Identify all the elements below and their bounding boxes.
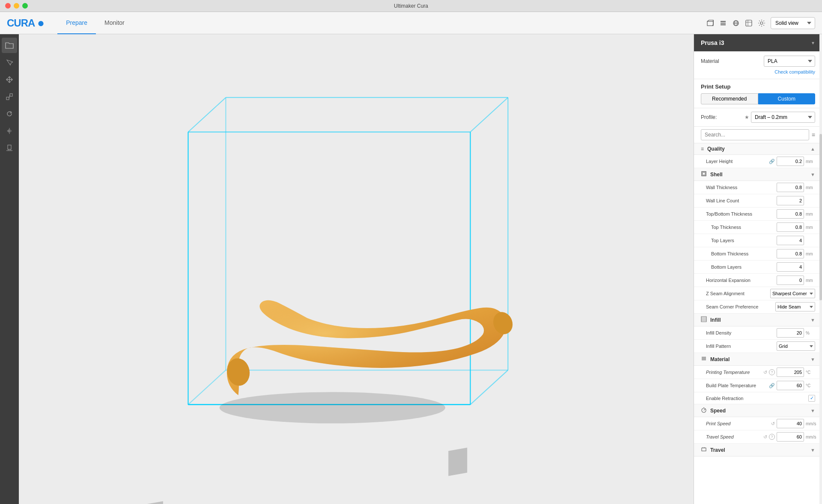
search-input[interactable] bbox=[701, 129, 809, 140]
check-compatibility-link[interactable]: Check compatibility bbox=[701, 69, 815, 74]
material-chevron-icon[interactable]: ▼ bbox=[810, 357, 815, 362]
print-speed-label: Print Speed bbox=[706, 421, 771, 426]
svg-rect-2 bbox=[721, 23, 726, 24]
bottom-layers-input[interactable] bbox=[777, 262, 804, 272]
minimize-button[interactable] bbox=[14, 3, 19, 9]
shell-section-header[interactable]: Shell ▼ bbox=[694, 168, 822, 181]
infill-pattern-label: Infill Pattern bbox=[706, 344, 777, 349]
sidebar-icon-scale[interactable] bbox=[2, 89, 17, 104]
svg-rect-29 bbox=[448, 448, 467, 476]
z-seam-select[interactable]: Sharpest Corner Shortest Random bbox=[770, 289, 815, 298]
print-temp-input[interactable] bbox=[777, 368, 804, 377]
topbar-right: Solid view X-Ray view Layers view bbox=[706, 17, 815, 29]
svg-rect-76 bbox=[703, 172, 705, 175]
tab-monitor[interactable]: Monitor bbox=[96, 12, 133, 34]
infill-density-input[interactable] bbox=[777, 328, 804, 338]
material-select[interactable]: PLA ABS PETG bbox=[764, 56, 815, 67]
sidebar-icon-select[interactable] bbox=[2, 55, 17, 70]
sidebar-icon-folder[interactable] bbox=[2, 38, 17, 53]
bottom-thickness-label: Bottom Thickness bbox=[711, 251, 777, 256]
svg-point-69 bbox=[220, 392, 445, 423]
close-button[interactable] bbox=[5, 3, 11, 9]
layer-height-link-icon[interactable]: 🔗 bbox=[769, 159, 775, 164]
build-plate-temp-input[interactable] bbox=[777, 381, 804, 390]
travel-chevron-icon[interactable]: ▼ bbox=[810, 448, 815, 453]
settings-content: ≡ Quality ▲ Layer Height 🔗 mm bbox=[694, 143, 822, 504]
horizontal-expansion-input[interactable] bbox=[777, 276, 804, 285]
sidebar-icon-rotate[interactable] bbox=[2, 106, 17, 122]
sidebar-icon-mirror[interactable] bbox=[2, 123, 17, 139]
svg-line-16 bbox=[9, 95, 10, 98]
travel-section-header[interactable]: Travel ▼ bbox=[694, 444, 822, 457]
enable-retraction-checkbox[interactable]: ✓ bbox=[808, 395, 815, 402]
rotate-view-icon[interactable] bbox=[731, 18, 741, 28]
printer-dropdown-icon[interactable]: ▼ bbox=[811, 41, 815, 45]
bottom-layers-label: Bottom Layers bbox=[711, 264, 777, 270]
infill-density-label: Infill Density bbox=[706, 330, 777, 335]
material-settings-icon bbox=[701, 356, 707, 363]
profile-select[interactable]: Draft – 0.2mm Normal – 0.15mm Fine – 0.1… bbox=[751, 112, 815, 123]
print-speed-input[interactable] bbox=[777, 419, 804, 428]
search-menu-icon[interactable]: ≡ bbox=[812, 131, 815, 138]
scrollbar-thumb[interactable] bbox=[819, 134, 822, 300]
right-panel: Prusa i3 ▼ Material PLA ABS PETG Check c… bbox=[694, 34, 822, 504]
scene-svg bbox=[19, 34, 694, 504]
wall-thickness-label: Wall Thickness bbox=[706, 185, 777, 190]
top-layers-input[interactable] bbox=[777, 236, 804, 245]
quality-chevron-icon[interactable]: ▲ bbox=[810, 146, 815, 151]
shell-chevron-icon[interactable]: ▼ bbox=[810, 172, 815, 177]
svg-rect-3 bbox=[721, 24, 726, 25]
print-setup-title: Print Setup bbox=[701, 83, 815, 90]
bottom-thickness-input[interactable] bbox=[777, 249, 804, 258]
zoom-icon[interactable] bbox=[744, 18, 754, 28]
seam-corner-select[interactable]: Hide Seam Expose Seam Smart Hiding bbox=[775, 302, 815, 311]
top-bottom-thickness-input[interactable] bbox=[777, 209, 804, 219]
layer-icon[interactable] bbox=[718, 18, 728, 28]
sidebar-icon-move[interactable] bbox=[2, 72, 17, 87]
top-bottom-thickness-label: Top/Bottom Thickness bbox=[706, 211, 777, 216]
travel-speed-reset-icon[interactable]: ↺ bbox=[763, 434, 767, 440]
build-plate-temp-link-icon[interactable]: 🔗 bbox=[769, 383, 775, 388]
svg-marker-18 bbox=[7, 129, 9, 133]
wall-line-count-input[interactable] bbox=[777, 196, 804, 205]
tab-recommended[interactable]: Recommended bbox=[701, 93, 758, 104]
infill-chevron-icon[interactable]: ▼ bbox=[810, 317, 815, 323]
svg-rect-20 bbox=[8, 145, 11, 149]
material-settings-header[interactable]: Material ▼ bbox=[694, 353, 822, 366]
3d-viewport[interactable]: Crust_Top 123.2 x 123.6 x 20.0 mm bbox=[19, 34, 694, 504]
maximize-button[interactable] bbox=[22, 3, 28, 9]
star-icon[interactable]: ★ bbox=[745, 114, 749, 120]
search-row: ≡ bbox=[694, 127, 822, 143]
infill-label: Infill bbox=[710, 317, 721, 323]
tab-custom[interactable]: Custom bbox=[758, 93, 816, 104]
layer-height-unit: mm bbox=[806, 159, 815, 164]
3d-view-icon[interactable] bbox=[706, 18, 715, 28]
settings-view-icon[interactable] bbox=[757, 18, 766, 28]
speed-chevron-icon[interactable]: ▼ bbox=[810, 408, 815, 413]
setting-print-temp: Printing Temperature ↺ ? °C bbox=[694, 366, 822, 379]
print-speed-reset-icon[interactable]: ↺ bbox=[771, 421, 775, 427]
infill-pattern-select[interactable]: Grid Lines Triangles Cubic bbox=[777, 341, 815, 351]
print-temp-reset-icon[interactable]: ↺ bbox=[763, 370, 767, 375]
wall-thickness-input[interactable] bbox=[777, 183, 804, 192]
speed-section-header[interactable]: Speed ▼ bbox=[694, 404, 822, 417]
sidebar-icon-support[interactable] bbox=[2, 140, 17, 156]
top-thickness-input[interactable] bbox=[777, 222, 804, 232]
print-temp-info-icon[interactable]: ? bbox=[769, 369, 775, 375]
travel-speed-input[interactable] bbox=[777, 432, 804, 442]
svg-rect-0 bbox=[707, 21, 713, 26]
svg-point-11 bbox=[760, 22, 763, 24]
print-temp-label: Printing Temperature bbox=[706, 370, 763, 375]
window-controls bbox=[5, 3, 28, 9]
travel-speed-info-icon[interactable]: ? bbox=[769, 434, 775, 440]
quality-section-header[interactable]: ≡ Quality ▲ bbox=[694, 143, 822, 155]
tab-prepare[interactable]: Prepare bbox=[57, 12, 96, 34]
horizontal-expansion-label: Horizontal Expansion bbox=[706, 278, 777, 283]
scrollbar-track[interactable] bbox=[819, 34, 822, 504]
view-mode-select[interactable]: Solid view X-Ray view Layers view bbox=[771, 17, 815, 29]
print-setup-section: Print Setup Recommended Custom bbox=[694, 79, 822, 108]
right-panel-wrap: Prusa i3 ▼ Material PLA ABS PETG Check c… bbox=[694, 34, 822, 504]
layer-height-input[interactable] bbox=[777, 157, 804, 166]
infill-section-header[interactable]: Infill ▼ bbox=[694, 314, 822, 326]
checkbox-check-icon: ✓ bbox=[810, 395, 814, 401]
